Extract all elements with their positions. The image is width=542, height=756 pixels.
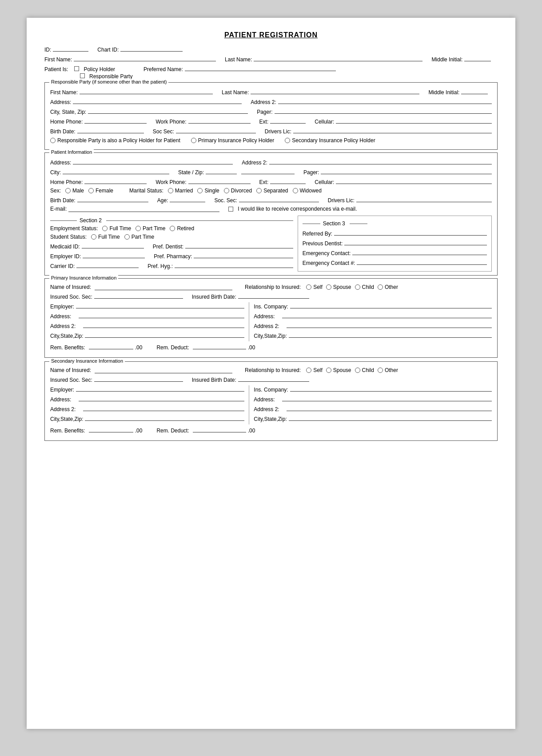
preferred-name-field[interactable] xyxy=(185,65,336,71)
pi-home-phone-field[interactable] xyxy=(84,178,147,184)
middle-initial-field[interactable] xyxy=(464,55,491,61)
student-part-time-radio[interactable]: Part Time xyxy=(124,234,156,240)
pi-radio-separated[interactable]: Separated xyxy=(256,188,290,194)
si-birth-date-field[interactable] xyxy=(238,376,309,382)
pi-radio-widowed[interactable]: Widowed xyxy=(293,188,323,194)
si-address2-right-field[interactable] xyxy=(287,405,492,411)
pi-work-phone-field[interactable] xyxy=(188,178,251,184)
pi-radio-single[interactable]: Single xyxy=(197,188,221,194)
policy-holder-label: Policy Holder xyxy=(84,66,115,72)
employer-id-field[interactable] xyxy=(83,252,145,258)
pi-widowed-label: Widowed xyxy=(300,188,322,194)
medicaid-id-field[interactable] xyxy=(82,242,144,248)
pi-email-checkbox[interactable] xyxy=(228,207,233,212)
rp-birth-date-field[interactable] xyxy=(77,127,144,133)
si-spouse-radio[interactable]: Spouse xyxy=(326,367,353,373)
pi-radio-married[interactable]: Married xyxy=(168,188,195,194)
first-name-field[interactable] xyxy=(74,55,216,61)
si-child-radio[interactable]: Child xyxy=(355,367,376,373)
pi-self-radio[interactable]: Self xyxy=(306,284,324,290)
si-ins-company-field[interactable] xyxy=(290,385,492,392)
pi-cellular-field[interactable] xyxy=(336,178,492,184)
rp-work-phone-field[interactable] xyxy=(188,117,251,124)
pi-address2-field2[interactable] xyxy=(83,322,244,328)
pi-child-radio[interactable]: Child xyxy=(355,284,376,290)
emp-part-time-radio[interactable]: Part Time xyxy=(136,225,167,232)
si-rem-deduct-field[interactable] xyxy=(193,426,246,432)
pi-ext-field[interactable] xyxy=(270,178,306,184)
pref-hyg-field[interactable] xyxy=(175,262,293,268)
rp-last-name-field[interactable] xyxy=(251,88,419,94)
pi-zip-field[interactable] xyxy=(241,168,295,174)
id-field[interactable] xyxy=(53,45,88,52)
pi-pager-field[interactable] xyxy=(321,168,492,174)
emp-retired-radio[interactable]: Retired xyxy=(170,225,196,232)
pi-address-field[interactable] xyxy=(73,158,233,164)
emergency-contact-field[interactable] xyxy=(352,249,487,255)
rp-cellular-field[interactable] xyxy=(336,117,492,124)
si-address2-field[interactable] xyxy=(83,405,244,411)
pi-employer-field[interactable] xyxy=(76,302,244,308)
pi-soc-sec-field[interactable] xyxy=(239,196,319,202)
pi-rem-benefits-field[interactable] xyxy=(89,343,133,349)
carrier-id-field[interactable] xyxy=(76,262,139,268)
pi-address-right-field[interactable] xyxy=(282,312,492,318)
pi-rem-deduct-field[interactable] xyxy=(193,343,246,349)
referred-by-field[interactable] xyxy=(334,229,487,236)
pi-city-state-zip-field[interactable] xyxy=(85,332,244,338)
rp-city-field[interactable] xyxy=(88,108,248,114)
rp-radio-primary[interactable]: Primary Insurance Policy Holder xyxy=(191,137,276,144)
pi-radio-male[interactable]: Male xyxy=(65,188,86,194)
chart-id-field[interactable] xyxy=(120,45,183,52)
pi-ins-company-field[interactable] xyxy=(290,302,492,308)
si-rem-benefits-field[interactable] xyxy=(89,426,133,432)
pref-dentist-field[interactable] xyxy=(185,242,293,248)
rp-pager-field[interactable] xyxy=(275,108,492,114)
si-self-radio[interactable]: Self xyxy=(306,367,324,373)
si-city-right-field[interactable] xyxy=(289,415,492,421)
pi-name-insured-field[interactable] xyxy=(95,284,232,290)
pref-pharmacy-field[interactable] xyxy=(194,252,293,258)
pi-radio-female[interactable]: Female xyxy=(88,188,115,194)
si-employer-field[interactable] xyxy=(76,385,244,392)
responsible-party-checkbox[interactable] xyxy=(80,73,85,78)
pi-age-field[interactable] xyxy=(170,196,205,202)
pi-birth-date-field[interactable] xyxy=(77,196,148,202)
pi-soc-sec-field[interactable] xyxy=(94,292,183,299)
pi-address-field2[interactable] xyxy=(79,312,244,318)
pi-email-field[interactable] xyxy=(68,206,219,212)
pi-drivers-lic-field[interactable] xyxy=(356,196,492,202)
rp-radio-policy-holder[interactable]: Responsible Party is also a Policy Holde… xyxy=(50,137,182,144)
si-other-radio[interactable]: Other xyxy=(378,367,400,373)
emergency-contact-hash-field[interactable] xyxy=(357,259,487,265)
emp-part-time-circle xyxy=(136,226,141,231)
emp-full-time-radio[interactable]: Full Time xyxy=(102,225,133,232)
pi-birth-date-field2[interactable] xyxy=(238,292,309,299)
rp-soc-sec-field[interactable] xyxy=(176,127,256,133)
rp-ext-field[interactable] xyxy=(270,117,306,124)
rp-drivers-lic-field[interactable] xyxy=(293,127,492,133)
pi-spouse-radio[interactable]: Spouse xyxy=(326,284,353,290)
rp-radio-secondary[interactable]: Secondary Insurance Policy Holder xyxy=(285,137,377,144)
pi-radio-divorced[interactable]: Divorced xyxy=(224,188,254,194)
pi-state-field[interactable] xyxy=(206,168,237,174)
rp-middle-initial-field[interactable] xyxy=(461,88,488,94)
si-city-state-zip-field[interactable] xyxy=(85,415,244,421)
rp-address2-field[interactable] xyxy=(278,98,492,104)
previous-dentist-field[interactable] xyxy=(344,239,487,245)
si-name-insured-field[interactable] xyxy=(95,367,232,373)
pi-city-right-field[interactable] xyxy=(289,332,492,338)
si-soc-sec-field[interactable] xyxy=(94,376,183,382)
si-address-right-field[interactable] xyxy=(282,395,492,401)
pi-other-radio[interactable]: Other xyxy=(378,284,400,290)
rp-address-field[interactable] xyxy=(73,98,242,104)
last-name-field[interactable] xyxy=(254,55,422,61)
pi-address2-right-field[interactable] xyxy=(287,322,492,328)
rp-first-name-field[interactable] xyxy=(80,88,213,94)
pi-address2-field[interactable] xyxy=(269,158,492,164)
policy-holder-checkbox[interactable] xyxy=(74,66,79,71)
si-address-field[interactable] xyxy=(79,395,244,401)
student-full-time-radio[interactable]: Full Time xyxy=(91,234,122,240)
rp-home-phone-field[interactable] xyxy=(84,117,147,124)
pi-city-field[interactable] xyxy=(63,168,169,174)
